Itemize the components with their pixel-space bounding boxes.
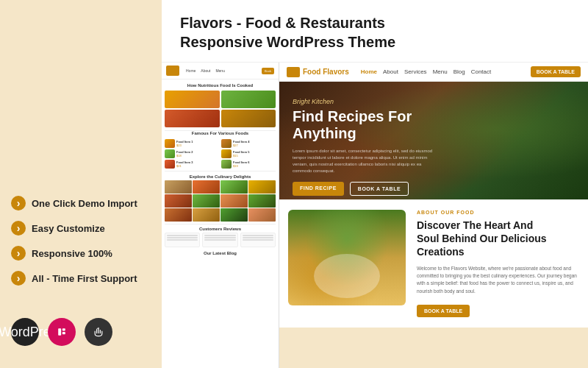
lp-nav-menu: Menu [433, 68, 448, 75]
lp-book-table-btn[interactable]: BOOK A TABLE [531, 66, 581, 77]
lp-logo-icon [287, 67, 300, 77]
sp-menu-price-5: $19 [233, 164, 276, 168]
feature-list: One Click Demo Import Easy Customize Res… [11, 196, 151, 296]
sp-gallery-item-5 [193, 194, 220, 208]
sp-food-img-3 [221, 110, 276, 127]
lp-nav-contact: Contact [471, 68, 492, 75]
lp-hero: Bright Kitchen Find Recipes ForAnything … [279, 82, 588, 199]
sp-food-img-1 [221, 91, 276, 108]
sp-review-card-2 [202, 233, 237, 247]
sp-gallery-item-1 [193, 180, 220, 194]
wordpress-icon: &#WordPress; [11, 318, 39, 346]
sp-menu-price-2: $21 [176, 164, 219, 168]
lp-hero-title: Find Recipes ForAnything [293, 108, 575, 142]
sp-menu-col-2: Food Item 4 $27 Food Item 5 $15 [221, 139, 276, 169]
sp-menu-thumb-5 [221, 160, 232, 169]
sp-gallery-item-3 [248, 180, 276, 194]
sp-gallery-item-0 [165, 180, 192, 194]
sp-menu-item-0: Food Item 1 $23 [165, 139, 219, 148]
sp-review-line-5 [204, 237, 235, 238]
bullet-icon-2 [11, 221, 26, 236]
sp-menu-rows: Food Item 1 $23 Food Item 2 $18 [162, 138, 279, 171]
lp-about-section: ABOUT OUR FOOD Discover The Heart AndSou… [279, 199, 588, 328]
large-preview: Food Flavors Home About Services Menu Bl… [279, 63, 588, 368]
lp-about-image-inner [288, 210, 406, 305]
left-panel: One Click Demo Import Easy Customize Res… [0, 0, 162, 368]
lp-nav-about: About [383, 68, 398, 75]
sp-menu-text-3: Food Item 4 $27 [233, 140, 276, 147]
lp-hero-book-btn[interactable]: BOOK A TABLE [350, 182, 409, 196]
sp-menu-price-1: $18 [176, 154, 219, 158]
sp-gallery-item-6 [220, 194, 248, 208]
lp-about-title: Discover The Heart AndSoul Behind Our De… [417, 219, 579, 259]
lp-nav-blog: Blog [453, 68, 465, 75]
sp-gallery-item-10 [220, 208, 248, 222]
icon-row: &#WordPress; [11, 318, 151, 346]
sp-review-line-2 [167, 237, 198, 238]
sp-gallery-item-9 [193, 208, 220, 222]
sp-section2-title: Famous For Various Foods [162, 131, 279, 135]
sp-nav-home: Home [184, 68, 197, 74]
lp-nav-services: Services [404, 68, 427, 75]
lp-about-image [288, 210, 406, 305]
sp-nav-about: About [199, 68, 212, 74]
sp-food-img-2 [165, 110, 220, 127]
sp-menu-text-1: Food Item 2 $18 [176, 150, 219, 158]
sp-menu-price-0: $23 [176, 144, 219, 147]
lp-nav-links: Home About Services Menu Blog Contact [361, 68, 491, 75]
sp-menu-col-1: Food Item 1 $23 Food Item 2 $18 [165, 139, 219, 169]
lp-hero-btns: FIND RECIPE BOOK A TABLE [293, 182, 575, 196]
sp-reviews-title: Customers Reviews [162, 224, 279, 233]
sp-food-img-0 [165, 91, 220, 108]
sp-menu-text-5: Food Item 6 $19 [233, 160, 276, 168]
small-preview: Home About Menu Book How Nutritious Food… [162, 63, 279, 368]
svg-rect-2 [58, 328, 61, 336]
lp-about-book-btn[interactable]: BOOK A TABLE [417, 305, 470, 317]
hand-icon [85, 318, 112, 346]
sp-menu-price-4: $15 [233, 154, 276, 158]
lp-about-tag: ABOUT OUR FOOD [417, 210, 579, 215]
feature-item-1: One Click Demo Import [11, 196, 151, 210]
sp-menu-thumb-3 [221, 139, 232, 148]
title-section: Flavors - Food & Restaurants Responsive … [162, 0, 588, 63]
sp-menu-text-4: Food Item 5 $15 [233, 150, 276, 158]
sp-menu-price-3: $27 [233, 144, 276, 147]
lp-logo: Food Flavors [287, 67, 349, 77]
lp-about-text: ABOUT OUR FOOD Discover The Heart AndSou… [417, 210, 579, 317]
sp-menu-thumb-1 [165, 149, 175, 158]
sp-review-line-4 [204, 235, 235, 236]
sp-menu-item-2: Food Item 3 $21 [165, 160, 219, 169]
lp-logo-text: Food Flavors [303, 68, 349, 76]
lp-navbar: Food Flavors Home About Services Menu Bl… [279, 63, 588, 82]
sp-menu-text-0: Food Item 1 $23 [176, 140, 219, 147]
sp-review-card-1 [165, 233, 200, 247]
sp-menu-item-3: Food Item 4 $27 [221, 139, 276, 148]
svg-rect-3 [62, 328, 65, 330]
sp-review-card-3 [240, 233, 276, 247]
svg-rect-4 [62, 332, 65, 334]
feature-item-4: All - Time First Support [11, 271, 151, 286]
sp-gallery-item-11 [248, 208, 276, 222]
sp-gallery-item-8 [165, 208, 192, 222]
preview-wrapper: Home About Menu Book How Nutritious Food… [162, 63, 588, 368]
sp-review-lines-2 [204, 235, 235, 241]
lp-hero-subtitle: Bright Kitchen [293, 98, 575, 105]
sp-nav-menu: Menu [214, 68, 226, 74]
sp-menu-thumb-4 [221, 149, 232, 158]
sp-review-line-6 [204, 239, 235, 241]
sp-review-row [162, 233, 279, 250]
lp-hero-desc: Lorem ipsum dolor sit amet, consectetur … [293, 148, 440, 174]
feature-label-3: Responsive 100% [32, 248, 112, 259]
right-panel: Flavors - Food & Restaurants Responsive … [162, 0, 588, 368]
sp-menu-item-1: Food Item 2 $18 [165, 149, 219, 158]
sp-gallery-item-4 [165, 194, 192, 208]
lp-find-recipe-btn[interactable]: FIND RECIPE [293, 182, 344, 196]
feature-item-2: Easy Customize [11, 221, 151, 236]
sp-menu-item-5: Food Item 6 $19 [221, 160, 276, 169]
bullet-icon-3 [11, 246, 26, 261]
sp-gallery-item-2 [220, 180, 248, 194]
sp-review-line-3 [167, 239, 198, 241]
sp-book-btn: Book [262, 68, 274, 74]
feature-label-4: All - Time First Support [32, 273, 137, 284]
sp-explore-title: Explore the Culinary Delights [162, 171, 279, 180]
